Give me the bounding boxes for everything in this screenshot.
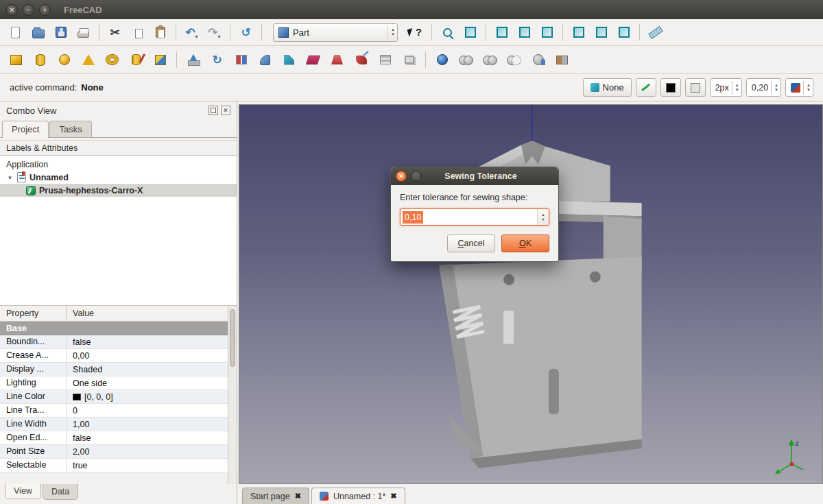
part-fillet-button[interactable] [254, 49, 276, 70]
tree-item-part[interactable]: Prusa-hephestos-Carro-X [0, 184, 237, 197]
redo-button[interactable]: ↷▾ [204, 22, 225, 43]
part-cone-button[interactable] [77, 49, 99, 70]
part-shape-builder-button[interactable] [150, 49, 171, 70]
property-value[interactable]: 0,00 [67, 351, 228, 361]
close-tab-icon[interactable]: ✖ [295, 492, 301, 501]
measure-button[interactable] [645, 22, 666, 43]
property-row[interactable]: Selectabletrue [0, 459, 228, 472]
property-value[interactable]: One side [67, 379, 228, 388]
paste-button[interactable] [150, 22, 171, 43]
part-common-button[interactable] [479, 49, 501, 70]
property-row[interactable]: Crease A...0,00 [0, 349, 228, 363]
construction-mode-button[interactable] [636, 78, 656, 97]
part-box-button[interactable] [5, 49, 27, 70]
cut-button[interactable]: ✂ [104, 22, 126, 43]
save-button[interactable] [50, 22, 71, 43]
property-row[interactable]: Line Color[0, 0, 0] [0, 390, 228, 404]
new-file-button[interactable] [5, 22, 26, 43]
tab-unnamed-document[interactable]: Unnamed : 1* ✖ [311, 488, 405, 504]
line-color-button[interactable] [660, 78, 681, 97]
tree-item-document[interactable]: ▾ Unnamed [0, 171, 237, 184]
property-row[interactable]: Point Size2,00 [0, 445, 228, 459]
property-row[interactable]: Line Tra...0 [0, 404, 228, 418]
panel-float-icon[interactable] [208, 106, 218, 115]
titlebar[interactable]: ✕ − + FreeCAD [0, 0, 823, 19]
window-maximize-button[interactable]: + [39, 4, 51, 16]
front-view-button[interactable] [491, 22, 512, 43]
top-view-button[interactable] [514, 22, 535, 43]
text-size-spin[interactable]: 0,20 ▲▼ [746, 78, 781, 97]
axonometric-view-button[interactable] [460, 22, 481, 43]
part-cylinder-button[interactable] [29, 49, 51, 70]
spinner-icon[interactable]: ▲▼ [732, 81, 739, 95]
tab-data[interactable]: Data [43, 484, 78, 500]
part-primitives-button[interactable] [126, 49, 147, 70]
right-view-button[interactable] [536, 22, 558, 43]
fit-all-button[interactable] [437, 22, 458, 43]
spinner-icon[interactable]: ▲▼ [803, 81, 811, 95]
part-extrude-button[interactable] [182, 49, 204, 70]
part-loft-button[interactable] [326, 49, 348, 70]
spinner-icon[interactable]: ▲▼ [771, 81, 778, 95]
value-column-header[interactable]: Value [67, 309, 94, 318]
property-value[interactable]: 0 [67, 406, 228, 416]
ok-button[interactable]: OK [501, 235, 549, 252]
property-row[interactable]: LightingOne side [0, 376, 228, 390]
part-sweep-button[interactable] [350, 49, 372, 70]
copy-button[interactable] [127, 22, 148, 43]
bottom-view-button[interactable] [591, 22, 612, 43]
dialog-titlebar[interactable]: ✕ Sewing Tolerance [391, 167, 558, 185]
open-file-button[interactable] [27, 22, 49, 43]
tree-item-application[interactable]: Application [0, 158, 237, 171]
part-revolve-button[interactable]: ↻ [206, 49, 228, 70]
tab-start-page[interactable]: Start page ✖ [242, 488, 309, 504]
property-value[interactable]: 1,00 [67, 420, 228, 429]
tab-tasks[interactable]: Tasks [49, 121, 91, 137]
line-width-spin[interactable]: 2px ▲▼ [710, 78, 742, 97]
part-boolean-button[interactable] [431, 49, 453, 70]
panel-close-icon[interactable]: ✕ [221, 106, 230, 115]
tolerance-spinner-icon[interactable]: ▲▼ [537, 209, 549, 225]
apply-style-button[interactable]: ▲▼ [785, 78, 813, 97]
tab-project[interactable]: Project [2, 121, 49, 138]
expander-icon[interactable]: ▾ [6, 174, 14, 181]
property-value[interactable]: false [67, 337, 228, 347]
property-row[interactable]: Line Width1,00 [0, 418, 228, 431]
property-scrollbar[interactable] [228, 306, 237, 484]
dialog-minimize-button[interactable] [411, 171, 422, 182]
face-color-button[interactable] [685, 78, 706, 97]
window-minimize-button[interactable]: − [23, 4, 34, 16]
working-plane-button[interactable]: None [583, 78, 632, 97]
tolerance-input[interactable]: 0,10 ▲▼ [400, 208, 549, 226]
workbench-spinner-icon[interactable]: ▲▼ [387, 25, 395, 39]
rear-view-button[interactable] [568, 22, 589, 43]
part-mirror-button[interactable] [230, 49, 252, 70]
part-cross-sections-button[interactable] [374, 49, 396, 70]
cancel-button[interactable]: Cancel [447, 235, 495, 252]
left-view-button[interactable] [613, 22, 634, 43]
3d-model[interactable] [239, 105, 822, 483]
part-chamfer-button[interactable] [278, 49, 300, 70]
refresh-button[interactable]: ↺ [235, 22, 257, 43]
property-value[interactable]: false [67, 433, 228, 443]
scrollbar-thumb[interactable] [230, 309, 235, 367]
property-value[interactable]: [0, 0, 0] [67, 392, 228, 402]
print-button[interactable] [73, 22, 94, 43]
dialog-close-button[interactable]: ✕ [396, 171, 407, 182]
tab-view[interactable]: View [5, 483, 41, 499]
dropdown-arrow-icon[interactable]: ▾ [195, 34, 198, 43]
part-check-geometry-button[interactable] [527, 49, 549, 70]
undo-button[interactable]: ↶▾ [181, 22, 202, 43]
property-row[interactable]: Display ...Shaded [0, 363, 228, 376]
close-tab-icon[interactable]: ✖ [390, 492, 396, 501]
3d-viewport[interactable]: z ✕ Sewing Tolerance Enter tolerance for… [239, 104, 823, 484]
property-value[interactable]: true [67, 461, 228, 470]
part-torus-button[interactable] [102, 49, 123, 70]
part-union-button[interactable] [455, 49, 477, 70]
workbench-selector[interactable]: Part ▲▼ [273, 23, 398, 42]
part-defeaturing-button[interactable] [551, 49, 573, 70]
property-row[interactable]: Open Ed...false [0, 431, 228, 445]
property-row[interactable]: Boundin...false [0, 335, 228, 349]
property-value[interactable]: Shaded [67, 365, 228, 374]
part-sphere-button[interactable] [53, 49, 75, 70]
